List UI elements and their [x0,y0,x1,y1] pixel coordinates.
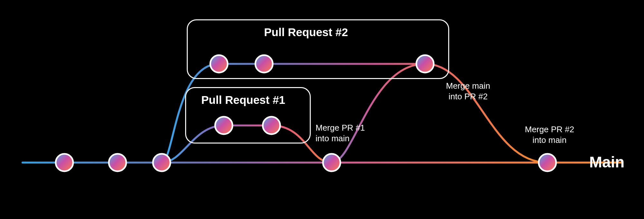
git-flow-diagram: Pull Request #2 Pull Request #1 Merge PR… [0,0,644,219]
commit-m3 [153,154,170,171]
commit-m2 [109,154,126,171]
commit-m4-merge-pr1 [323,154,340,171]
merge-pr1-line1: Merge PR #1 [316,123,365,133]
commit-m1 [56,154,73,171]
merge-pr1-into-main-label: Merge PR #1 into main [316,123,365,144]
merge-pr2-into-main-label: Merge PR #2 into main [525,124,574,145]
merge-pr1-line2: into main [316,134,350,143]
merge-main-into-pr2-line1: Merge main [446,81,490,91]
pr1-title: Pull Request #1 [201,94,285,106]
pr2-title: Pull Request #2 [264,26,348,39]
merge-main-into-pr2-line2: into PR #2 [449,92,488,101]
merge-main-into-pr2-label: Merge main into PR #2 [446,81,490,102]
merge-pr2-line2: into main [533,135,567,145]
commit-m5-merge-pr2 [539,154,556,171]
main-branch-label: Main [589,153,624,171]
merge-pr2-line1: Merge PR #2 [525,124,574,134]
